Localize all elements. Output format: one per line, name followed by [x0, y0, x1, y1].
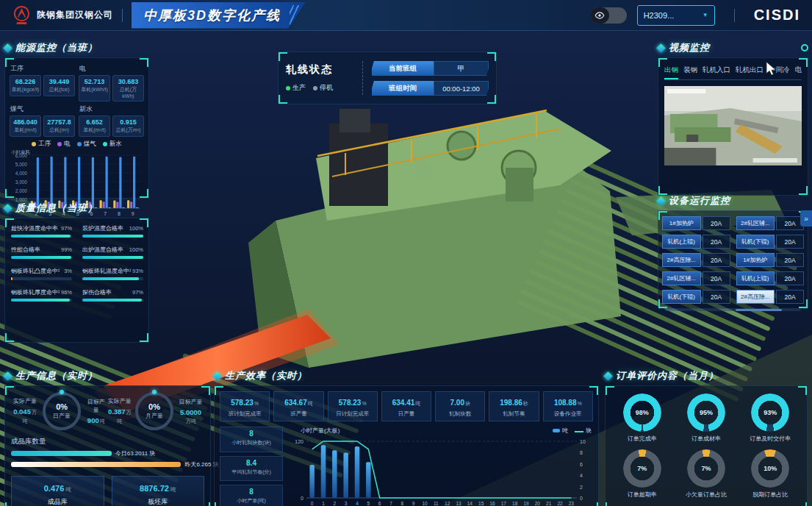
monthly-output-gauge-group: 实际产量 0.387万吨 0% 月产量 目标产量 5.0000万吨: [108, 392, 205, 430]
equipment-name-chip[interactable]: 轧机(上辊): [662, 235, 701, 249]
svg-text:6,000: 6,000: [15, 153, 28, 158]
svg-text:13: 13: [456, 501, 461, 506]
video-tab-bar: 出钢 装钢 轧机入口 轧机出口 中间冷 电加热: [664, 61, 802, 80]
equipment-current-value: 20A: [703, 235, 730, 249]
svg-text:11: 11: [434, 501, 439, 506]
equipment-row: 2#轧区辅... 20A: [736, 216, 805, 230]
energy-group-electric: 电 52.713单耗(kWh/t) 30.683总耗(万kWh): [79, 63, 144, 101]
current-shift-chip: 当前班组 甲: [370, 61, 491, 76]
order-donut: 93%订单及时交付率: [739, 393, 802, 443]
svg-text:14: 14: [467, 501, 473, 506]
svg-text:6: 6: [580, 462, 583, 467]
energy-stat: 27757.8总耗(m³): [43, 115, 75, 137]
equipment-scrollbar[interactable]: [665, 309, 801, 311]
svg-text:19: 19: [523, 501, 529, 506]
diamond-icon: [3, 43, 12, 53]
page-title: 中厚板3D数字化产线: [132, 2, 306, 29]
panel-video-title: 视频监控: [658, 41, 808, 54]
svg-text:16: 16: [489, 501, 495, 506]
efficiency-stat-card: 198.86秒轧制节奏: [489, 391, 539, 421]
quality-metric: 出炉温度合格率 100%: [82, 246, 143, 259]
svg-text:2: 2: [580, 485, 583, 490]
energy-chart-legend: 工序 电 煤气 新水: [10, 140, 144, 149]
title-hatch-decoration: [290, 5, 300, 26]
equipment-row: 1#加热炉 20A: [736, 253, 805, 267]
svg-text:2,000: 2,000: [15, 188, 28, 193]
svg-text:12: 12: [445, 501, 450, 506]
equipment-current-value: 20A: [703, 253, 730, 267]
visibility-toggle[interactable]: [590, 7, 627, 24]
equipment-row: 轧机(下辊) 20A: [662, 290, 730, 304]
tab-charging[interactable]: 装钢: [683, 64, 697, 79]
svg-text:0: 0: [580, 496, 583, 501]
efficiency-stat-card: 578.23%日计划完成率: [328, 391, 378, 421]
equipment-name-chip[interactable]: 1#加热炉: [662, 216, 701, 230]
svg-text:3,000: 3,000: [15, 179, 28, 185]
svg-text:0: 0: [301, 496, 303, 501]
panel-equipment-title: 设备运行监控: [658, 194, 808, 207]
efficiency-stat-card: 578.23%班计划完成率: [220, 391, 270, 421]
slab-store-card: 8876.72吨 板坯库: [112, 476, 205, 506]
equipment-current-value: 20A: [703, 271, 730, 285]
svg-text:5: 5: [367, 501, 370, 506]
expand-panel-handle[interactable]: »: [800, 210, 812, 227]
panel-energy-monitor: 能源监控（当班） 工序 68.226单耗(kgce/t) 39.449总耗(tc…: [4, 41, 149, 199]
efficiency-stat-card: 634.41吨日产量: [381, 391, 431, 421]
svg-text:120: 120: [295, 439, 303, 444]
efficiency-stat-card: 108.88%设备作业率: [543, 391, 593, 421]
svg-text:10: 10: [580, 439, 586, 444]
tab-mill-exit[interactable]: 轧机出口: [736, 64, 764, 79]
equipment-name-chip[interactable]: 2#高压除...: [662, 253, 701, 267]
quality-metric: 钢板终轧温度命中率 93%: [82, 267, 143, 280]
diamond-icon: [656, 43, 666, 53]
equipment-name-chip[interactable]: 2#轧区辅...: [662, 271, 701, 285]
svg-text:9: 9: [412, 501, 415, 506]
panel-orders-title: 订单评价内容（当月）: [605, 369, 808, 382]
line-status-title: 轧线状态: [286, 63, 353, 76]
daily-output-gauge-group: 实际产量 0.045万吨 0% 日产量 目标产量 900吨: [11, 392, 108, 430]
svg-text:4: 4: [580, 473, 583, 478]
diamond-icon: [603, 371, 613, 381]
energy-stat: 30.683总耗(万kWh): [112, 75, 144, 101]
panel-production-efficiency: 生产效率（实时） 578.23%班计划完成率634.67吨班产量578.23%日…: [214, 369, 599, 506]
eye-icon: [590, 7, 609, 24]
scrollbar-thumb[interactable]: [736, 309, 782, 311]
equipment-name-chip[interactable]: 轧机(下辊): [736, 235, 775, 249]
svg-text:3: 3: [345, 501, 348, 506]
tab-mill-entry[interactable]: 轧机入口: [703, 64, 730, 79]
daily-output-gauge: 0% 日产量: [43, 392, 81, 430]
tab-electric-heating[interactable]: 电加热: [795, 64, 802, 79]
cctv-video-feed[interactable]: [664, 86, 802, 165]
bar-legend-swatch: [553, 429, 560, 432]
equipment-name-chip[interactable]: 2#高压除...: [736, 290, 775, 304]
equipment-row: 2#轧区辅... 20A: [662, 271, 730, 285]
equipment-name-chip[interactable]: 轧机(上辊): [736, 271, 775, 285]
tab-intercooling[interactable]: 中间冷: [769, 64, 790, 79]
equipment-name-chip[interactable]: 轧机(下辊): [662, 290, 701, 304]
order-donut: 10%脱期订单占比: [739, 449, 802, 499]
svg-text:2: 2: [334, 501, 337, 506]
line-legend-swatch: [575, 431, 583, 432]
equipment-name-chip[interactable]: 1#加热炉: [736, 253, 775, 267]
svg-text:5,000: 5,000: [15, 162, 28, 167]
tab-tapping[interactable]: 出钢: [664, 64, 678, 79]
quality-metric: 探伤合格率 97%: [82, 288, 143, 302]
energy-stat: 6.652单耗(m³/t): [79, 115, 110, 137]
energy-group-process: 工序 68.226单耗(kgce/t) 39.449总耗(tce): [10, 63, 75, 101]
hourly-output-chart-title: 小时产量(大板): [301, 427, 339, 435]
energy-stat: 52.713单耗(kWh/t): [79, 75, 110, 101]
steel-id-dropdown[interactable]: H2309... ▼: [637, 5, 715, 26]
quality-metric: 装炉温度合格率 100%: [82, 224, 143, 238]
equipment-current-value: 20A: [776, 253, 804, 267]
equipment-name-chip[interactable]: 2#轧区辅...: [736, 216, 775, 230]
energy-stat: 68.226单耗(kgce/t): [10, 75, 41, 96]
energy-group-gas: 煤气 486.040单耗(m³/t) 27757.8总耗(m³): [10, 103, 75, 137]
panel-video-monitor: 视频监控 出钢 装钢 轧机入口 轧机出口 中间冷 电加热: [658, 41, 808, 196]
energy-stat: 0.915总耗(万m³): [112, 115, 144, 137]
video-settings-icon[interactable]: [801, 44, 808, 51]
equipment-current-value: 20A: [776, 290, 804, 304]
quality-metric: 钢板终轧凸度命中率 3%: [11, 267, 72, 280]
header-divider: [122, 9, 123, 22]
energy-group-water: 新水 6.652单耗(m³/t) 0.915总耗(万m³): [79, 103, 144, 137]
order-donut: 95%订单成材率: [674, 393, 738, 443]
